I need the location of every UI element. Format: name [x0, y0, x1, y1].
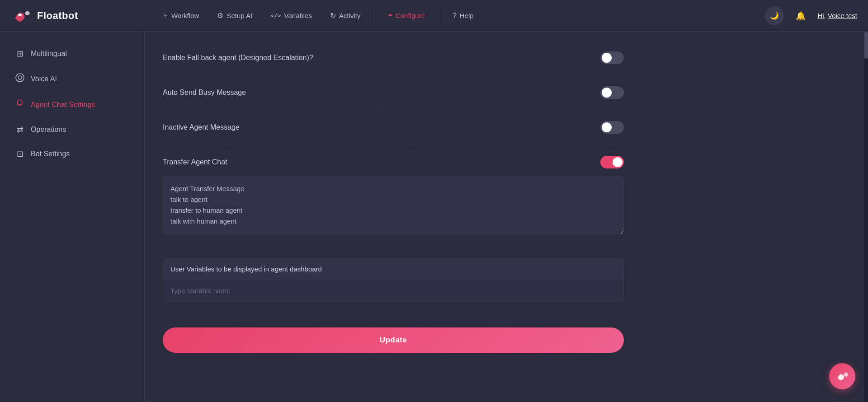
sidebar-item-operations[interactable]: ⇄ Operations [7, 118, 137, 141]
inactive-toggle[interactable] [600, 121, 624, 134]
username[interactable]: Voice test [828, 12, 857, 19]
variables-input[interactable] [163, 280, 623, 302]
scrollbar-track [864, 32, 868, 402]
variables-section: User Variables to be displayed in agent … [163, 248, 624, 313]
fall-back-setting-row: Enable Fall back agent (Designed Escalat… [163, 41, 624, 75]
nav-workflow[interactable]: ⑂ Workflow [156, 8, 207, 23]
fall-back-label: Enable Fall back agent (Designed Escalat… [163, 54, 313, 62]
fab-icon [835, 369, 849, 383]
nav-activity[interactable]: ↻ Activity [322, 8, 369, 23]
nav-help[interactable]: ? Help [444, 8, 482, 23]
dark-mode-button[interactable]: 🌙 [765, 6, 784, 25]
nav-variables[interactable]: </> Variables [262, 8, 320, 23]
fall-back-toggle[interactable] [600, 51, 624, 64]
update-button[interactable]: Update [163, 327, 624, 353]
fall-back-slider [600, 51, 624, 64]
svg-point-3 [18, 76, 22, 79]
logo-area: Floatbot [11, 5, 156, 27]
inactive-setting-row: Inactive Agent Message [163, 110, 624, 145]
configure-icon: ≡ [388, 12, 392, 20]
auto-send-slider [600, 86, 624, 99]
header-right: 🌙 🔔 Hi, Voice test [765, 6, 857, 25]
variables-box: User Variables to be displayed in agent … [163, 258, 624, 302]
settings-container: Enable Fall back agent (Designed Escalat… [145, 32, 642, 371]
header: Floatbot ⑂ Workflow ⚙ Setup AI </> Varia… [0, 0, 868, 32]
nav-divider [374, 9, 375, 23]
svg-point-2 [16, 74, 24, 82]
floatbot-logo-icon [11, 5, 33, 27]
sidebar-item-bot-settings[interactable]: ⊡ Bot Settings [7, 143, 137, 165]
nav-setup-ai[interactable]: ⚙ Setup AI [209, 8, 260, 23]
inactive-label: Inactive Agent Message [163, 123, 240, 131]
transfer-toggle[interactable] [600, 156, 624, 168]
bot-settings-icon: ⊡ [14, 149, 25, 159]
sidebar-item-multilingual[interactable]: ⊞ Multilingual [7, 42, 137, 65]
auto-send-toggle[interactable] [600, 86, 624, 99]
sidebar-item-agent-chat-settings[interactable]: Agent Chat Settings [7, 93, 137, 117]
scrollbar-thumb[interactable] [864, 32, 868, 59]
setup-ai-icon: ⚙ [217, 11, 223, 20]
multilingual-icon: ⊞ [14, 49, 25, 59]
voice-ai-icon [14, 73, 25, 84]
transfer-section: Transfer Agent Chat Agent Transfer Messa… [163, 145, 624, 248]
variables-header: User Variables to be displayed in agent … [163, 259, 623, 280]
workflow-icon: ⑂ [164, 12, 168, 20]
user-greeting: Hi, Voice test [817, 12, 857, 19]
agent-chat-settings-icon [14, 99, 25, 110]
svg-point-1 [18, 14, 22, 16]
transfer-header: Transfer Agent Chat [163, 156, 624, 168]
sidebar-item-voice-ai[interactable]: Voice AI [7, 67, 137, 91]
notification-button[interactable]: 🔔 [791, 6, 810, 25]
main-layout: ⊞ Multilingual Voice AI Agent Chat Setti… [0, 32, 868, 402]
nav-bar: ⑂ Workflow ⚙ Setup AI </> Variables ↻ Ac… [156, 8, 765, 23]
operations-icon: ⇄ [14, 125, 25, 135]
activity-icon: ↻ [330, 11, 336, 20]
transfer-slider [600, 156, 624, 168]
nav-divider-2 [439, 9, 439, 23]
floatbot-fab-button[interactable] [829, 363, 855, 389]
transfer-label: Transfer Agent Chat [163, 158, 227, 166]
auto-send-setting-row: Auto Send Busy Message [163, 75, 624, 110]
content-area: Enable Fall back agent (Designed Escalat… [145, 32, 868, 402]
auto-send-label: Auto Send Busy Message [163, 89, 246, 97]
inactive-slider [600, 121, 624, 134]
transfer-message-textarea[interactable]: Agent Transfer Message talk to agent tra… [163, 176, 624, 234]
help-icon: ? [453, 12, 457, 20]
variables-icon: </> [270, 12, 281, 19]
nav-configure[interactable]: ≡ Configure [380, 8, 433, 23]
sidebar: ⊞ Multilingual Voice AI Agent Chat Setti… [0, 32, 145, 402]
logo-text: Floatbot [37, 10, 78, 22]
